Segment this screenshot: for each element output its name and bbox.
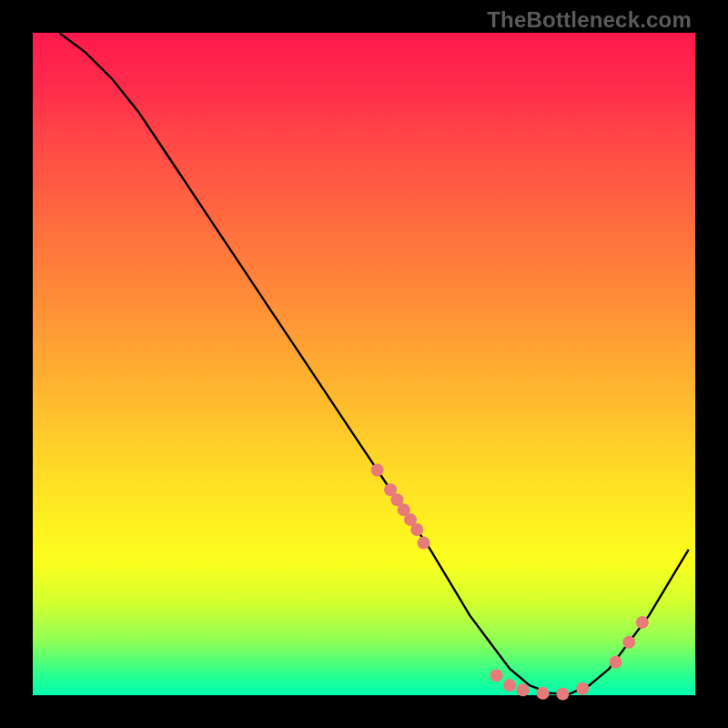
chart-svg	[33, 33, 695, 695]
data-point	[410, 523, 423, 536]
data-point	[418, 537, 430, 550]
data-point	[503, 679, 516, 692]
bottleneck-curve	[59, 33, 689, 694]
data-point	[490, 669, 503, 682]
data-point	[556, 688, 569, 701]
data-point	[636, 616, 649, 629]
data-point	[371, 464, 384, 477]
gradient-plot-area	[33, 33, 695, 695]
data-point	[622, 636, 635, 649]
data-point	[537, 687, 550, 700]
watermark-text: TheBottleneck.com	[487, 7, 692, 33]
data-point	[517, 683, 530, 696]
data-points-group	[371, 464, 649, 701]
data-point	[576, 682, 589, 695]
data-point	[610, 656, 622, 669]
